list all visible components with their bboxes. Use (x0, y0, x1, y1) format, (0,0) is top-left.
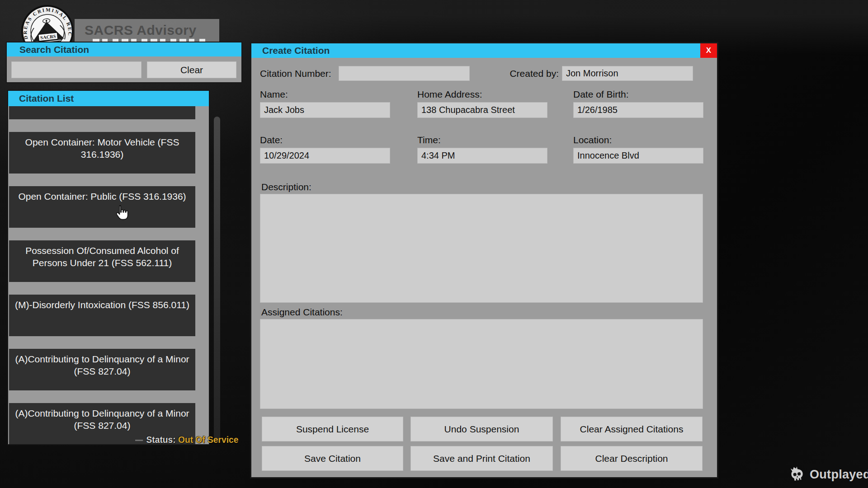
search-citation-title: Search Citation (14, 44, 89, 55)
description-textarea[interactable] (260, 194, 703, 303)
hand-cursor-icon (113, 203, 130, 222)
citation-list-titlebar: Citation List (8, 91, 209, 106)
list-item[interactable]: (A)Contributing to Delinquancy of a Mino… (9, 349, 195, 390)
home-address-label: Home Address: (417, 89, 482, 100)
time-label: Time: (417, 135, 441, 145)
home-address-input[interactable]: 138 Chupacabra Street (417, 102, 547, 118)
search-citation-titlebar: Search Citation (7, 42, 241, 56)
status-label: Status: (146, 435, 176, 445)
name-input[interactable]: Jack Jobs (260, 102, 390, 118)
outplayed-text: Outplayed (810, 468, 868, 482)
undo-suspension-button[interactable]: Undo Suspension (410, 417, 553, 441)
create-citation-titlebar: Create Citation (251, 43, 717, 58)
assigned-citations-textarea[interactable] (260, 319, 703, 409)
list-item[interactable]: Possession Of/Consumed Alcohol of Person… (9, 240, 195, 282)
sacrs-advisory-title: SACRS Advisory (85, 23, 197, 38)
status-tick-decoration (135, 440, 143, 441)
assigned-citations-label: Assigned Citations: (261, 307, 343, 318)
outplayed-skull-icon (788, 465, 806, 483)
save-and-print-citation-button[interactable]: Save and Print Citation (410, 446, 553, 471)
citation-number-label: Citation Number: (260, 68, 331, 79)
description-label: Description: (261, 182, 311, 192)
citation-list-body: Open Container: Motor Vehicle (FSS 316.1… (8, 106, 209, 444)
suspend-license-button[interactable]: Suspend License (262, 417, 403, 441)
list-item[interactable]: Open Container: Motor Vehicle (FSS 316.1… (9, 132, 195, 174)
list-item[interactable]: (M)-Disorderly Intoxication (FSS 856.011… (9, 295, 195, 336)
date-input[interactable]: 10/29/2024 (260, 148, 390, 164)
created-by-input[interactable]: Jon Morrison (562, 66, 693, 81)
list-item[interactable]: Open Container: Public (FSS 316.1936) (9, 186, 195, 228)
clear-assigned-citations-button[interactable]: Clear Assigned Citations (561, 417, 703, 441)
search-citation-window: Search Citation Clear (6, 42, 242, 83)
create-citation-title: Create Citation (257, 45, 330, 56)
search-citation-input[interactable] (11, 61, 142, 78)
time-input[interactable]: 4:34 PM (417, 148, 547, 164)
date-label: Date: (260, 135, 283, 145)
location-label: Location: (573, 135, 612, 145)
created-by-label: Created by: (499, 68, 559, 79)
dob-label: Date of Birth: (573, 89, 629, 100)
citation-list-scrollbar[interactable] (214, 117, 220, 443)
create-citation-dialog: Create Citation X Citation Number: Creat… (250, 42, 718, 479)
status-bar: Status: Out Of Service (135, 435, 238, 445)
game-screen: SACRS Advisory DREAS CRIMINAL RECORDS S (0, 0, 868, 488)
citation-list-window: Citation List Open Container: Motor Vehi… (7, 90, 210, 445)
clear-description-button[interactable]: Clear Description (561, 446, 703, 471)
name-label: Name: (260, 89, 288, 100)
close-button[interactable]: X (700, 43, 717, 58)
citation-number-input[interactable] (339, 66, 470, 81)
dob-input[interactable]: 1/26/1985 (573, 102, 703, 118)
list-item-partial[interactable] (9, 106, 195, 119)
save-citation-button[interactable]: Save Citation (262, 446, 403, 471)
search-clear-button[interactable]: Clear (147, 61, 236, 78)
outplayed-watermark: Outplayed (788, 465, 868, 483)
status-value: Out Of Service (178, 435, 238, 445)
location-input[interactable]: Innocence Blvd (573, 148, 703, 164)
citation-list-title: Citation List (14, 93, 74, 104)
